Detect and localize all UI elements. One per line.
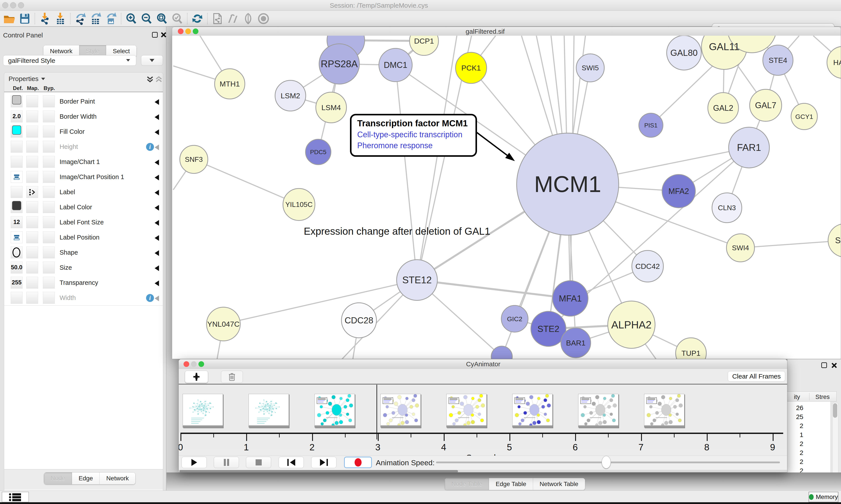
expand-row-icon[interactable] — [155, 114, 159, 120]
zoom-out-icon[interactable] — [140, 12, 153, 25]
property-row-width[interactable]: Widthi — [4, 290, 163, 306]
export-network-icon[interactable] — [74, 12, 87, 25]
delete-frame-button[interactable] — [221, 371, 243, 383]
expand-row-icon[interactable] — [155, 250, 159, 256]
float-panel-icon[interactable] — [152, 32, 158, 38]
pause-button[interactable] — [214, 457, 239, 468]
property-row-image-chart-1[interactable]: Image/Chart 1 — [4, 154, 163, 170]
style-options-button[interactable] — [141, 55, 163, 66]
tab-edge-table[interactable]: Edge Table — [489, 478, 533, 490]
expand-row-icon[interactable] — [155, 144, 159, 150]
save-session-icon[interactable] — [18, 12, 32, 25]
import-network-icon[interactable] — [38, 12, 52, 25]
info-icon[interactable]: i — [146, 143, 154, 151]
show-panels-button[interactable] — [2, 492, 29, 502]
refresh-view-icon[interactable] — [191, 12, 204, 25]
network-window-titlebar[interactable]: galFiltered.sif — [172, 27, 841, 36]
close-window-light[interactable] — [183, 361, 189, 367]
frame-thumbnail-1[interactable] — [183, 394, 223, 428]
property-row-height[interactable]: Heighti — [4, 139, 163, 155]
collapse-all-icon[interactable] — [155, 75, 163, 84]
frame-thumbnail-2[interactable] — [249, 394, 289, 428]
play-button[interactable] — [182, 457, 207, 468]
property-row-label-position[interactable]: Label Position — [4, 230, 163, 245]
tab-edge[interactable]: Edge — [72, 472, 100, 484]
memory-button[interactable]: Memory — [809, 492, 838, 502]
frame-thumbnail-7[interactable] — [578, 394, 619, 428]
cyanimator-titlebar[interactable]: CyAnimator — [179, 359, 787, 369]
style-selector[interactable]: galFiltered Style — [3, 55, 136, 66]
search-objects-icon[interactable] — [226, 12, 239, 25]
frame-thumbnail-8[interactable] — [644, 394, 684, 428]
close-panel-icon[interactable] — [160, 32, 167, 38]
skip-to-start-button[interactable] — [279, 457, 304, 468]
zoom-selected-icon[interactable] — [171, 12, 184, 25]
record-button[interactable] — [344, 457, 372, 468]
expand-row-icon[interactable] — [155, 220, 159, 226]
expand-row-icon[interactable] — [155, 265, 159, 271]
column-header[interactable]: Stres — [816, 393, 829, 400]
property-row-image-chart-position-1[interactable]: Image/Chart Position 1 — [4, 169, 163, 185]
export-table-icon[interactable] — [89, 12, 103, 25]
property-row-transparency[interactable]: 255Transparency — [4, 275, 163, 290]
tab-node-table[interactable]: Node Table — [445, 478, 489, 490]
property-row-label[interactable]: Label — [4, 184, 163, 200]
property-row-shape[interactable]: Shape — [4, 245, 163, 260]
expand-row-icon[interactable] — [155, 190, 159, 196]
tab-network-table[interactable]: Network Table — [533, 478, 585, 490]
expand-row-icon[interactable] — [155, 160, 159, 165]
frame-thumbnail-3[interactable] — [315, 394, 355, 428]
property-row-size[interactable]: 50.0Size — [4, 260, 163, 275]
close-panel-icon[interactable] — [831, 362, 838, 369]
expand-row-icon[interactable] — [155, 295, 159, 301]
import-table-icon[interactable] — [53, 12, 67, 25]
minimize-window-light[interactable] — [185, 29, 191, 34]
minimize-window-light[interactable] — [191, 361, 197, 367]
property-row-border-paint[interactable]: Border Paint — [4, 94, 163, 109]
zoom-in-icon[interactable] — [124, 12, 138, 25]
annotation-link[interactable]: Pheromone response — [357, 141, 476, 150]
expand-all-icon[interactable] — [146, 75, 154, 84]
float-panel-icon[interactable] — [821, 362, 827, 368]
clear-all-frames-button[interactable]: Clear All Frames — [728, 371, 785, 382]
expand-row-icon[interactable] — [155, 205, 159, 211]
tab-network[interactable]: Network — [100, 472, 135, 484]
table-scrollbar[interactable] — [832, 402, 838, 483]
playhead[interactable] — [376, 385, 377, 439]
expand-row-icon[interactable] — [155, 281, 159, 286]
add-frame-button[interactable] — [185, 371, 208, 383]
expand-row-icon[interactable] — [155, 129, 159, 135]
property-row-label-color[interactable]: Label Color — [4, 200, 163, 215]
column-header[interactable]: ity — [794, 393, 800, 400]
close-window-light[interactable] — [178, 29, 183, 34]
expand-row-icon[interactable] — [155, 175, 159, 180]
stop-button[interactable] — [246, 457, 271, 468]
hide-graphics-details-icon[interactable] — [241, 12, 255, 25]
frame-thumbnail-5[interactable] — [446, 394, 487, 428]
annotation-box[interactable]: Transcription factor MCM1 Cell-type-spec… — [350, 114, 477, 157]
timeline-scrollbar-thumb[interactable] — [179, 470, 458, 472]
zoom-fit-icon[interactable] — [155, 12, 168, 25]
export-image-icon[interactable] — [104, 12, 118, 25]
zoom-window-light[interactable] — [193, 29, 198, 34]
network-canvas[interactable]: RPS28ADCP1DMC1PCK1SWI5GAL80GAL11STE4HAP2… — [172, 36, 841, 359]
zoom-window-light[interactable] — [198, 361, 204, 367]
open-session-icon[interactable] — [3, 12, 16, 25]
property-row-label-font-size[interactable]: 12Label Font Size — [4, 215, 163, 230]
frame-thumbnail-6[interactable] — [512, 394, 553, 428]
property-row-fill-color[interactable]: Fill Color — [4, 124, 163, 140]
property-row-border-width[interactable]: 2.0Border Width — [4, 109, 163, 124]
info-icon[interactable]: i — [146, 294, 154, 302]
expand-row-icon[interactable] — [155, 99, 159, 105]
show-graphics-details-icon[interactable] — [257, 12, 270, 25]
annotation-link[interactable]: Cell-type-specific transcription — [357, 130, 476, 139]
frame-thumbnail-4[interactable] — [380, 394, 421, 428]
copy-icon[interactable] — [211, 12, 224, 25]
properties-header[interactable]: Properties — [8, 75, 45, 83]
animation-speed-thumb[interactable] — [602, 456, 611, 469]
timeline-scrollbar[interactable] — [179, 470, 787, 472]
network-node-bot1[interactable] — [491, 346, 512, 359]
tab-node[interactable]: Node — [44, 472, 72, 484]
expand-row-icon[interactable] — [155, 235, 159, 241]
skip-to-end-button[interactable] — [311, 457, 336, 468]
